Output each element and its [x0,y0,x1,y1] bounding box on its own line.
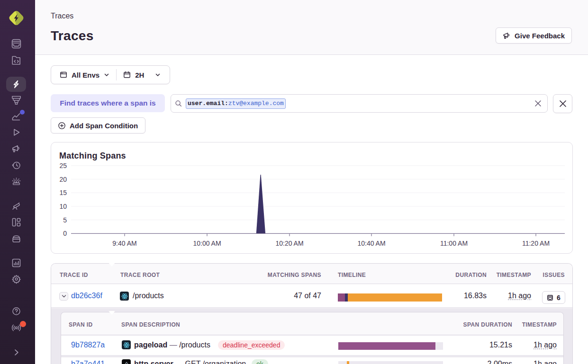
svg-text:15: 15 [59,189,67,196]
svg-text:0: 0 [63,230,67,237]
svg-text:10: 10 [59,203,67,210]
svg-text:10:20 AM: 10:20 AM [275,240,303,247]
svg-text:20: 20 [59,176,67,183]
svg-text:10:40 AM: 10:40 AM [357,240,385,247]
svg-text:11:20 AM: 11:20 AM [522,240,550,247]
svg-text:10:00 AM: 10:00 AM [193,240,221,247]
svg-text:5: 5 [63,216,67,224]
svg-text:25: 25 [59,162,67,169]
svg-text:9:40 AM: 9:40 AM [112,240,136,247]
svg-text:11:00 AM: 11:00 AM [440,240,468,247]
